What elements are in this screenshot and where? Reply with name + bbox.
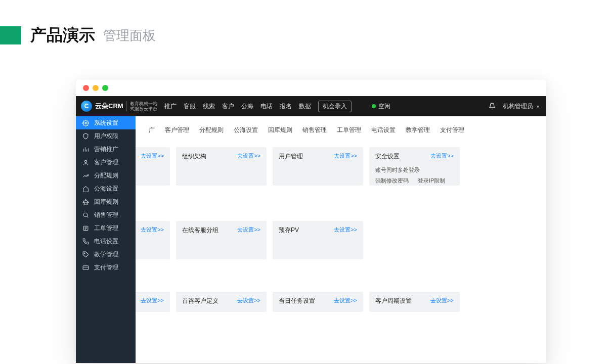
sidebar-item-customer[interactable]: 客户管理	[76, 156, 136, 169]
card-subitems: 账号同时多处登录 强制修改密码 登录IP限制	[375, 166, 445, 187]
go-link[interactable]: 去设置>>	[430, 152, 454, 160]
sidebar-label: 支付管理	[94, 263, 118, 272]
shield-icon	[82, 132, 89, 140]
topnav-item-1[interactable]: 客服	[184, 102, 196, 111]
status-label: 空闲	[378, 102, 390, 111]
minimize-dot[interactable]	[93, 85, 99, 91]
topnav-item-6[interactable]: 报名	[280, 102, 292, 111]
card-title: 预存PV	[279, 226, 299, 234]
page-heading: 产品演示 管理面板	[0, 0, 612, 47]
topnav-item-4[interactable]: 公海	[241, 102, 253, 111]
topbar: C 云朵CRM 教育机构一站 式服务云平台 推广 客服 线索 客户 公海 电话 …	[76, 96, 546, 116]
sub-0[interactable]: 账号同时多处登录	[375, 166, 445, 174]
house-icon	[82, 185, 89, 192]
sidebar-label: 电话设置	[94, 237, 118, 246]
card-title: 客户周期设置	[375, 297, 412, 304]
go-link[interactable]: 去设置>>	[141, 297, 164, 304]
sidebar-item-ticket[interactable]: 工单管理	[76, 221, 136, 235]
topnav-item-3[interactable]: 客户	[222, 102, 234, 111]
topnav-item-5[interactable]: 电话	[260, 102, 273, 111]
maximize-dot[interactable]	[102, 85, 108, 91]
tab-0[interactable]: 客户管理	[160, 122, 194, 138]
status-pill[interactable]: 空闲	[372, 102, 390, 111]
sidebar-item-phone[interactable]: 电话设置	[76, 235, 136, 248]
sidebar-item-sales[interactable]: 销售管理	[76, 208, 136, 221]
user-menu[interactable]: 机构管理员 ▾	[503, 102, 539, 111]
go-link[interactable]: 去设置>>	[334, 297, 357, 304]
sidebar-item-system-settings[interactable]: 系统设置	[76, 116, 136, 129]
sidebar-label: 分配规则	[94, 171, 118, 180]
topnav-item-2[interactable]: 线索	[203, 102, 215, 111]
user-label: 机构管理员	[503, 103, 533, 110]
card-row-2: 去设置>> 在线客服分组 去设置>> 预存PV 去设置>>	[108, 221, 542, 259]
bell-icon[interactable]	[489, 103, 496, 110]
svg-point-0	[84, 122, 86, 123]
sidebar-item-teaching[interactable]: 教学管理	[76, 248, 136, 261]
topnav: 推广 客服 线索 客户 公海 电话 报名 数据 机会录入	[164, 101, 352, 112]
svg-point-4	[83, 252, 84, 253]
sidebar-item-public-sea[interactable]: 公海设置	[76, 182, 136, 195]
card-r2-c2[interactable]: 预存PV 去设置>>	[273, 221, 363, 259]
tabs-row: 广 客户管理 分配规则 公海设置 回库规则 销售管理 工单管理 电话设置 教学管…	[76, 116, 546, 138]
go-link[interactable]: 去设置>>	[237, 226, 260, 234]
sidebar-item-user-perm[interactable]: 用户权限	[76, 129, 136, 143]
go-link[interactable]: 去设置>>	[334, 226, 357, 234]
accent-block	[0, 26, 21, 44]
phone-icon	[82, 238, 89, 245]
recycle-icon	[82, 198, 89, 205]
tab-7[interactable]: 教学管理	[401, 122, 435, 138]
svg-rect-5	[83, 265, 89, 269]
tab-1[interactable]: 分配规则	[194, 122, 229, 138]
tab-6[interactable]: 电话设置	[366, 122, 401, 138]
card-r1-c2[interactable]: 用户管理 去设置>>	[273, 147, 363, 186]
sidebar-label: 营销推广	[94, 145, 118, 154]
sidebar-label: 回库规则	[94, 198, 118, 206]
sub-2[interactable]: 登录IP限制	[418, 177, 445, 185]
import-button[interactable]: 机会录入	[318, 101, 352, 112]
sidebar-item-assign-rule[interactable]: 分配规则	[76, 169, 136, 182]
card-r3-c2[interactable]: 当日任务设置 去设置>>	[273, 292, 363, 312]
page-title-main: 产品演示	[30, 24, 95, 47]
sidebar-label: 工单管理	[94, 224, 118, 233]
sidebar-label: 公海设置	[94, 185, 118, 193]
close-dot[interactable]	[83, 85, 89, 91]
sidebar-label: 客户管理	[94, 158, 118, 167]
card-title: 当日任务设置	[279, 297, 315, 304]
tab-8[interactable]: 支付管理	[435, 122, 469, 138]
sidebar-label: 用户权限	[94, 132, 118, 141]
topnav-item-0[interactable]: 推广	[164, 102, 177, 111]
cards-area: 去设置>> 组织架构 去设置>> 用户管理 去设置>> 安全设置 去设置>>	[76, 138, 546, 312]
go-link[interactable]: 去设置>>	[430, 297, 454, 304]
brand[interactable]: C 云朵CRM 教育机构一站 式服务云平台	[81, 101, 157, 112]
go-link[interactable]: 去设置>>	[141, 152, 164, 160]
tab-3[interactable]: 回库规则	[263, 122, 297, 138]
tab-partial[interactable]: 广	[144, 122, 160, 138]
sidebar-item-payment[interactable]: 支付管理	[76, 261, 136, 274]
tab-2[interactable]: 公海设置	[229, 122, 263, 138]
chart-icon	[82, 146, 89, 153]
card-r1-c3[interactable]: 安全设置 去设置>> 账号同时多处登录 强制修改密码 登录IP限制	[369, 147, 460, 186]
app-body: 广 客户管理 分配规则 公海设置 回库规则 销售管理 工单管理 电话设置 教学管…	[76, 116, 546, 363]
tab-5[interactable]: 工单管理	[332, 122, 366, 138]
page-title-sub: 管理面板	[103, 27, 156, 44]
go-link[interactable]: 去设置>>	[334, 152, 357, 160]
go-link[interactable]: 去设置>>	[237, 297, 260, 304]
card-r2-c1[interactable]: 在线客服分组 去设置>>	[176, 221, 267, 259]
sidebar: 系统设置 用户权限 营销推广 客户管理	[76, 116, 136, 363]
topnav-item-7[interactable]: 数据	[299, 102, 311, 111]
sidebar-item-return-rule[interactable]: 回库规则	[76, 195, 136, 208]
tab-4[interactable]: 销售管理	[297, 122, 332, 138]
brand-name: 云朵CRM	[95, 102, 123, 111]
app-window: C 云朵CRM 教育机构一站 式服务云平台 推广 客服 线索 客户 公海 电话 …	[76, 80, 546, 363]
card-r3-c1[interactable]: 首咨客户定义 去设置>>	[176, 292, 267, 312]
mac-titlebar	[76, 80, 546, 96]
card-r1-c1[interactable]: 组织架构 去设置>>	[176, 147, 267, 186]
sidebar-item-marketing[interactable]: 营销推广	[76, 143, 136, 156]
sub-1[interactable]: 强制修改密码	[375, 177, 409, 185]
sidebar-label: 销售管理	[94, 211, 118, 219]
card-r3-c3[interactable]: 客户周期设置 去设置>>	[369, 292, 460, 312]
sale-icon	[82, 211, 89, 218]
card-title: 安全设置	[375, 153, 400, 160]
go-link[interactable]: 去设置>>	[237, 152, 260, 160]
go-link[interactable]: 去设置>>	[141, 226, 164, 234]
